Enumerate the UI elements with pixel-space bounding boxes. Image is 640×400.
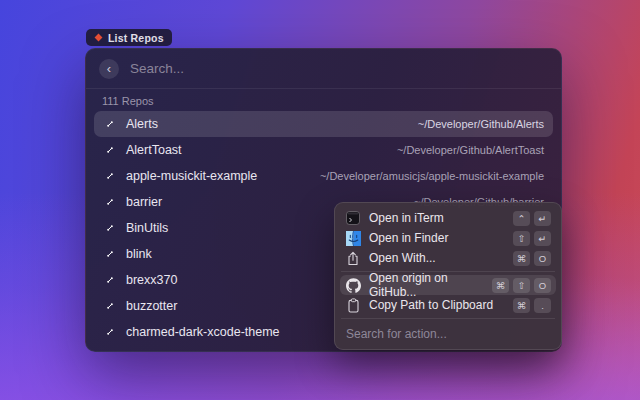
action-menu-item[interactable]: Open With... ⌘O	[340, 248, 556, 268]
shortcut-keys: ⌘.	[513, 298, 551, 313]
repo-path: ~/Developer/Github/AlertToast	[397, 144, 544, 156]
action-menu-item[interactable]: Open origin on GitHub... ⌘⇧O	[340, 275, 556, 295]
key-cap: ⌘	[513, 298, 530, 313]
breadcrumb[interactable]: List Repos	[86, 29, 172, 46]
repo-name: Alerts	[126, 117, 158, 131]
repo-icon	[103, 273, 117, 287]
key-cap: .	[534, 298, 551, 313]
repo-icon	[103, 117, 117, 131]
key-cap: ⌃	[513, 211, 530, 226]
action-label: Open in Finder	[369, 231, 448, 245]
key-cap: ⌘	[492, 278, 509, 293]
repo-icon	[103, 247, 117, 261]
repo-path: ~/Developer/amusicjs/apple-musickit-exam…	[320, 170, 544, 182]
repo-row[interactable]: Alerts ~/Developer/Github/Alerts	[94, 111, 553, 137]
finder-icon	[345, 230, 361, 246]
action-menu-item[interactable]: Copy Path to Clipboard ⌘.	[340, 295, 556, 315]
breadcrumb-label: List Repos	[108, 32, 164, 44]
repo-name: buzzotter	[126, 299, 177, 313]
key-cap: O	[534, 278, 551, 293]
search-input[interactable]: Search...	[130, 61, 184, 76]
chevron-left-icon: ‹	[107, 60, 111, 78]
key-cap: ↵	[534, 211, 551, 226]
repo-icon	[103, 351, 117, 352]
clipboard-icon	[345, 297, 361, 313]
shortcut-keys: ⌘⇧O	[492, 278, 551, 293]
action-label: Open in iTerm	[369, 211, 444, 225]
repo-name: blink	[126, 247, 152, 261]
share-icon	[345, 250, 361, 266]
repo-icon	[103, 299, 117, 313]
action-menu-item[interactable]: Open in Finder ⇧↵	[340, 228, 556, 248]
back-button[interactable]: ‹	[99, 59, 119, 79]
repo-icon	[103, 325, 117, 339]
desktop: { "breadcrumb": { "label": "List Repos",…	[0, 0, 640, 400]
search-bar: ‹ Search...	[86, 49, 561, 89]
repo-name: chaseimport	[126, 351, 194, 352]
repo-row[interactable]: apple-musickit-example ~/Developer/amusi…	[94, 163, 553, 189]
shortcut-keys: ⇧↵	[513, 231, 551, 246]
repo-icon	[103, 221, 117, 235]
repo-name: brexx370	[126, 273, 177, 287]
repo-name: charmed-dark-xcode-theme	[126, 325, 280, 339]
key-cap: O	[534, 251, 551, 266]
repo-icon	[103, 195, 117, 209]
key-cap: ⇧	[513, 231, 530, 246]
repo-path: ~/Developer/Github/Alerts	[418, 118, 544, 130]
repo-row[interactable]: AlertToast ~/Developer/Github/AlertToast	[94, 137, 553, 163]
repo-name: AlertToast	[126, 143, 182, 157]
action-search-input[interactable]: Search for action...	[340, 322, 556, 345]
key-cap: ⌘	[513, 251, 530, 266]
github-icon	[345, 277, 361, 293]
action-label: Open With...	[369, 251, 436, 265]
shortcut-keys: ⌃↵	[513, 211, 551, 226]
action-menu-items: Open in iTerm ⌃↵ Open in Finder ⇧↵	[340, 208, 556, 319]
key-cap: ↵	[534, 231, 551, 246]
repo-icon	[103, 143, 117, 157]
repo-name: barrier	[126, 195, 162, 209]
key-cap: ⇧	[513, 278, 530, 293]
action-label: Open origin on GitHub...	[369, 271, 484, 299]
repo-icon	[103, 169, 117, 183]
section-header: 111 Repos	[86, 89, 561, 111]
iterm-icon	[345, 210, 361, 226]
repo-name: apple-musickit-example	[126, 169, 257, 183]
action-label: Copy Path to Clipboard	[369, 298, 493, 312]
repo-name: BinUtils	[126, 221, 168, 235]
action-menu: Open in iTerm ⌃↵ Open in Finder ⇧↵	[334, 202, 562, 350]
shortcut-keys: ⌘O	[513, 251, 551, 266]
repo-diamond-icon	[94, 33, 103, 42]
action-menu-item[interactable]: Open in iTerm ⌃↵	[340, 208, 556, 228]
menu-divider	[341, 318, 555, 319]
